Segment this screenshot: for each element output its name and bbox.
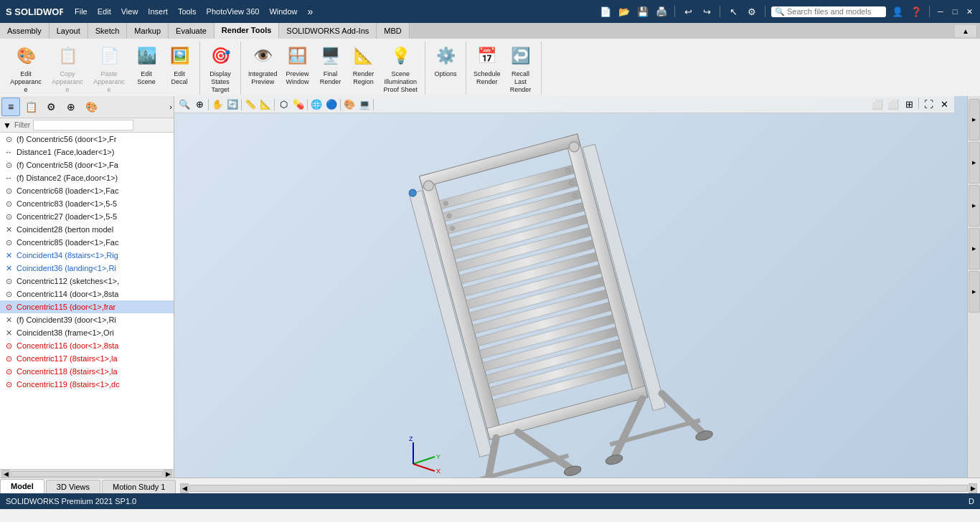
menu-photoview360[interactable]: PhotoView 360 (202, 6, 264, 17)
menu-file[interactable]: File (70, 6, 92, 17)
rs-btn-2[interactable]: ▶ (969, 142, 980, 184)
schedule-render-btn[interactable]: 📅 ScheduleRender (471, 42, 504, 87)
panel-list-item-19[interactable]: ⊙Concentric119 (8stairs<1>,dc (0, 378, 174, 391)
final-render-btn[interactable]: 🖥️ FinalRender (315, 42, 347, 87)
scene-illumination-btn[interactable]: 💡 SceneIlluminationProof Sheet (381, 42, 421, 95)
menu-edit[interactable]: Edit (93, 6, 116, 17)
panel-list-item-1[interactable]: ↔Distance1 (Face,loader<1>) (0, 146, 174, 158)
view-tab-motion-study[interactable]: Motion Study 1 (102, 480, 176, 493)
vp-shape-icon[interactable]: ⬡ (276, 98, 291, 112)
qa-select[interactable]: ↖ (726, 4, 740, 19)
rs-btn-5[interactable]: ▶ (969, 271, 980, 313)
viewport[interactable]: 🔍 ⊕ ✋ 🔄 📏 📐 ⬡ 💊 🌐 🔵 🎨 💻 ⬜ ⬜ ⊞ ⛶ (174, 96, 967, 478)
vp-pill-icon[interactable]: 💊 (291, 98, 306, 112)
panel-list-item-8[interactable]: ⊙Concentric85 (loader<1>,Fac (0, 236, 174, 249)
panel-list-item-5[interactable]: ⊙Concentric83 (loader<1>,5-5 (0, 197, 174, 210)
user-icon[interactable]: 👤 (890, 4, 905, 19)
copy-appearance-btn[interactable]: 📋 CopyAppearance (47, 42, 88, 95)
panel-hscroll[interactable]: ◀ ▶ (0, 469, 174, 478)
panel-list-item-7[interactable]: ✕Coincident28 (berton model (0, 223, 174, 236)
hscroll-left-btn[interactable]: ◀ (180, 483, 189, 493)
hscroll-track[interactable] (189, 485, 968, 492)
panel-feature-tree-icon[interactable]: ≡ (1, 98, 20, 116)
vp-section-icon[interactable]: 📐 (258, 98, 273, 112)
tab-solidworks-addins[interactable]: SOLIDWORKS Add-Ins (279, 23, 377, 39)
panel-list-item-2[interactable]: ⊙(f) Concentric58 (door<1>,Fa (0, 158, 174, 171)
vp-zoom-icon[interactable]: 🔍 (177, 98, 192, 112)
qa-redo[interactable]: ↪ (699, 4, 714, 19)
menu-window[interactable]: Window (265, 6, 301, 17)
tab-markup[interactable]: Markup (127, 23, 169, 39)
vp-zoom-in-icon[interactable]: ⊕ (192, 98, 207, 112)
vp-split-h-icon[interactable]: ⬜ (870, 98, 885, 112)
integrated-preview-btn[interactable]: 👁️ IntegratedPreview (245, 42, 281, 87)
collapse-ribbon[interactable]: ▲ (955, 25, 977, 37)
tab-assembly[interactable]: Assembly (0, 23, 50, 39)
vp-circle-icon[interactable]: 🔵 (324, 98, 339, 112)
menu-tools[interactable]: Tools (174, 6, 201, 17)
vp-rotate-icon[interactable]: 🔄 (225, 98, 240, 112)
qa-new[interactable]: 📄 (598, 4, 613, 19)
panel-list-item-14[interactable]: ✕(f) Coincident39 (door<1>,Ri (0, 313, 174, 326)
vp-expand-icon[interactable]: ⛶ (921, 98, 936, 112)
tab-mbd[interactable]: MBD (377, 23, 409, 39)
tab-sketch[interactable]: Sketch (88, 23, 128, 39)
scroll-track[interactable] (11, 471, 163, 477)
preview-window-btn[interactable]: 🪟 PreviewWindow (282, 42, 314, 87)
vp-material-icon[interactable]: 🎨 (342, 98, 357, 112)
vp-measure-icon[interactable]: 📏 (243, 98, 258, 112)
vp-close-icon[interactable]: ✕ (937, 98, 951, 112)
tab-render-tools[interactable]: Render Tools (215, 23, 279, 39)
menu-insert[interactable]: Insert (143, 6, 172, 17)
panel-expand-arrow[interactable]: › (169, 103, 172, 111)
scroll-left-btn[interactable]: ◀ (1, 470, 10, 478)
search-input[interactable] (787, 7, 873, 16)
scroll-right-btn[interactable]: ▶ (164, 470, 172, 478)
qa-undo[interactable]: ↩ (681, 4, 695, 19)
hscroll-right-btn[interactable]: ▶ (969, 483, 977, 493)
panel-config-icon[interactable]: ⚙ (42, 98, 60, 116)
panel-list-item-10[interactable]: ✕Coincident36 (landing<1>,Ri (0, 262, 174, 275)
vp-globe-icon[interactable]: 🌐 (309, 98, 324, 112)
edit-scene-btn[interactable]: 🏙️ EditScene (131, 42, 162, 87)
panel-dim-icon[interactable]: ⊕ (62, 98, 80, 116)
panel-list-item-9[interactable]: ✕Coincident34 (8stairs<1>,Rig (0, 249, 174, 262)
rs-btn-1[interactable]: ▶ (969, 99, 980, 141)
tab-layout[interactable]: Layout (50, 23, 88, 39)
render-region-btn[interactable]: 📐 RenderRegion (348, 42, 380, 87)
vp-pan-icon[interactable]: ✋ (210, 98, 225, 112)
help-icon[interactable]: ❓ (909, 4, 923, 19)
qa-save[interactable]: 💾 (636, 4, 650, 19)
vp-monitor-icon[interactable]: 💻 (357, 98, 372, 112)
vp-quad-icon[interactable]: ⊞ (902, 98, 916, 112)
tab-evaluate[interactable]: Evaluate (169, 23, 215, 39)
edit-appearance-btn[interactable]: 🎨 EditAppearance (6, 42, 46, 95)
search-bar[interactable]: 🔍 (771, 6, 886, 17)
panel-list-item-16[interactable]: ⊙Concentric116 (door<1>,8sta (0, 339, 174, 352)
recall-last-render-btn[interactable]: ↩️ RecallLastRender (505, 42, 537, 95)
panel-list-item-0[interactable]: ⊙(f) Concentric56 (door<1>,Fr (0, 133, 174, 146)
minimize-btn[interactable]: ─ (936, 6, 946, 16)
menu-more[interactable]: » (303, 4, 318, 19)
panel-property-icon[interactable]: 📋 (22, 98, 40, 116)
panel-list-item-12[interactable]: ⊙Concentric114 (door<1>,8sta (0, 288, 174, 300)
view-tab-model[interactable]: Model (0, 479, 44, 493)
panel-list-item-15[interactable]: ✕Coincident38 (frame<1>,Ori (0, 326, 174, 339)
rs-btn-3[interactable]: ▶ (969, 185, 980, 227)
close-btn[interactable]: ✕ (964, 6, 974, 16)
model-area[interactable]: Y X Z (174, 113, 967, 478)
panel-display-icon[interactable]: 🎨 (82, 98, 100, 116)
panel-list-item-6[interactable]: ⊙Concentric27 (loader<1>,5-5 (0, 210, 174, 223)
panel-list-item-17[interactable]: ⊙Concentric117 (8stairs<1>,la (0, 352, 174, 365)
panel-list-item-11[interactable]: ⊙Concentric112 (sketches<1>, (0, 275, 174, 288)
vp-split-v-icon[interactable]: ⬜ (886, 98, 900, 112)
rs-btn-4[interactable]: ▶ (969, 228, 980, 270)
panel-list-item-18[interactable]: ⊙Concentric118 (8stairs<1>,la (0, 365, 174, 378)
edit-decal-btn[interactable]: 🖼️ EditDecal (164, 42, 195, 87)
hscroll-area[interactable]: ◀ ▶ (177, 483, 980, 493)
options-btn[interactable]: ⚙️ Options (430, 42, 461, 80)
display-states-target-btn[interactable]: 🎯 DisplayStatesTarget (204, 42, 236, 95)
qa-open[interactable]: 📂 (617, 4, 631, 19)
panel-list-item-13[interactable]: ⊙Concentric115 (door<1>,frar (0, 300, 174, 313)
maximize-btn[interactable]: □ (950, 6, 960, 16)
